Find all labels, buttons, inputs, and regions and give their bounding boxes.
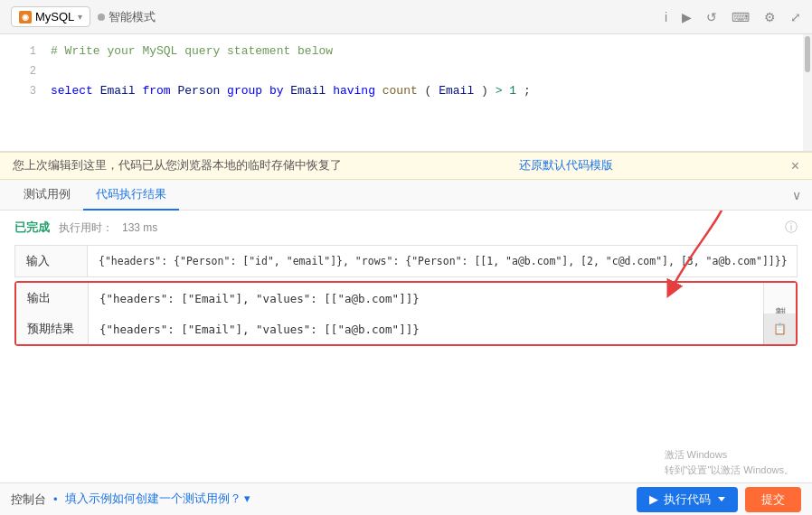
tabs-collapse[interactable]: ∨ bbox=[792, 188, 801, 202]
tab-exec-result[interactable]: 代码执行结果 bbox=[83, 180, 179, 211]
editor-scrollbar[interactable] bbox=[803, 34, 812, 151]
run-icon-btn: ▶ bbox=[649, 492, 658, 506]
db-selector[interactable]: ◉ MySQL ▾ bbox=[11, 6, 90, 27]
editor-area[interactable]: 1 # Write your MySQL query statement bel… bbox=[0, 34, 812, 152]
code-line-1: 1 # Write your MySQL query statement bel… bbox=[0, 42, 812, 61]
input-row: 输入 {"headers": {"Person": ["id", "email"… bbox=[14, 245, 798, 277]
output-label: 输出 bbox=[16, 283, 89, 314]
db-icon: ◉ bbox=[19, 11, 32, 23]
run-label: 执行代码 bbox=[664, 492, 711, 508]
code-line-2: 2 bbox=[0, 61, 812, 81]
notification-close[interactable]: × bbox=[791, 159, 799, 173]
console-label: 控制台 bbox=[11, 492, 46, 508]
kw-having: having bbox=[333, 84, 375, 98]
input-label: 输入 bbox=[15, 246, 88, 276]
db-selector-chevron: ▾ bbox=[78, 12, 82, 22]
submit-button[interactable]: 提交 bbox=[745, 487, 801, 512]
output-row: 输出 {"headers": ["Email"], "values": [["a… bbox=[14, 281, 798, 314]
win-line2: 转到"设置"以激活 Windows。 bbox=[665, 463, 795, 478]
kw-email: Email bbox=[100, 84, 143, 98]
console-right: ▶ 执行代码 提交 bbox=[637, 487, 801, 512]
smart-mode-label: 智能模式 bbox=[109, 9, 156, 25]
kw-gt: > bbox=[496, 84, 510, 98]
input-value: {"headers": {"Person": ["id", "email"]},… bbox=[88, 246, 797, 276]
expected-row: 预期结果 {"headers": ["Email"], "values": [[… bbox=[14, 314, 798, 346]
restore-link[interactable]: 还原默认代码模版 bbox=[519, 158, 613, 173]
diff-copy-btn[interactable]: 📋 bbox=[763, 314, 796, 344]
toolbar-left: ◉ MySQL ▾ 智能模式 bbox=[11, 6, 156, 27]
win-line1: 激活 Windows bbox=[665, 447, 795, 463]
line3-code: select Email from Person group by Email … bbox=[51, 81, 531, 101]
line2-empty bbox=[51, 61, 58, 81]
code-lines: 1 # Write your MySQL query statement bel… bbox=[0, 34, 812, 151]
exec-time-value: 133 ms bbox=[122, 221, 157, 234]
exec-time-label: 执行用时： bbox=[59, 220, 113, 236]
fill-chevron: ▾ bbox=[244, 492, 250, 505]
kw-from: from bbox=[142, 84, 170, 98]
expected-value: {"headers": ["Email"], "values": [["a@b.… bbox=[89, 314, 763, 344]
kw-groupby: group by bbox=[227, 84, 283, 98]
kw-email2: Email bbox=[290, 84, 333, 98]
result-status: 已完成 执行用时： 133 ms ⓘ bbox=[14, 220, 798, 236]
expected-label: 预期结果 bbox=[16, 314, 89, 344]
tab-test-case[interactable]: 测试用例 bbox=[11, 180, 83, 211]
main-body: 1 # Write your MySQL query statement bel… bbox=[0, 34, 812, 515]
settings-icon[interactable]: ⚙ bbox=[764, 10, 776, 24]
run-chevron bbox=[718, 497, 725, 501]
smart-mode: 智能模式 bbox=[98, 9, 156, 25]
code-line-3: 3 select Email from Person group by Emai… bbox=[0, 81, 812, 101]
db-selector-label: MySQL bbox=[35, 10, 74, 23]
toolbar: ◉ MySQL ▾ 智能模式 i ▶ ↺ ⌨ ⚙ ⤢ bbox=[0, 0, 812, 34]
kw-person: Person bbox=[177, 84, 227, 98]
kw-paren-open: ( bbox=[425, 84, 432, 98]
terminal-icon[interactable]: ⌨ bbox=[732, 10, 750, 24]
expand-icon[interactable]: ⤢ bbox=[790, 10, 801, 24]
output-value: {"headers": ["Email"], "values": [["a@b.… bbox=[89, 283, 763, 314]
console-dot: • bbox=[53, 492, 58, 506]
notification-text: 您上次编辑到这里，代码已从您浏览器本地的临时存储中恢复了 bbox=[13, 158, 342, 173]
fill-example-text: 填入示例如何创建一个测试用例？ bbox=[65, 492, 241, 505]
run-icon[interactable]: ▶ bbox=[682, 10, 692, 24]
smart-mode-dot bbox=[98, 14, 105, 21]
toolbar-right: i ▶ ↺ ⌨ ⚙ ⤢ bbox=[665, 10, 801, 24]
fill-example-link[interactable]: 填入示例如何创建一个测试用例？ ▾ bbox=[65, 492, 250, 507]
line-num-1: 1 bbox=[11, 42, 36, 61]
line-num-2: 2 bbox=[11, 61, 36, 81]
run-button[interactable]: ▶ 执行代码 bbox=[637, 487, 738, 512]
kw-semi: ; bbox=[524, 84, 531, 98]
kw-email3: Email bbox=[439, 84, 474, 98]
result-info-icon[interactable]: ⓘ bbox=[785, 220, 798, 236]
info-icon[interactable]: i bbox=[665, 10, 667, 24]
results-area: 已完成 执行用时： 133 ms ⓘ 输入 {"headers": {"Pers… bbox=[0, 211, 812, 515]
diff-icon: 📋 bbox=[773, 323, 787, 335]
kw-paren-close: ) bbox=[481, 84, 488, 98]
refresh-icon[interactable]: ↺ bbox=[706, 10, 717, 24]
tabs-left: 测试用例 代码执行结果 bbox=[11, 180, 179, 211]
diff-button[interactable]: 差别 bbox=[763, 283, 796, 314]
windows-watermark: 激活 Windows 转到"设置"以激活 Windows。 bbox=[665, 447, 795, 477]
bottom-section: 您上次编辑到这里，代码已从您浏览器本地的临时存储中恢复了 还原默认代码模版 × … bbox=[0, 152, 812, 515]
line-num-3: 3 bbox=[11, 81, 36, 101]
console-bar: 控制台 • 填入示例如何创建一个测试用例？ ▾ ▶ 执行代码 提交 bbox=[0, 482, 812, 515]
status-complete: 已完成 bbox=[14, 220, 50, 236]
line1-comment: # Write your MySQL query statement below bbox=[51, 42, 333, 61]
kw-select: select bbox=[51, 84, 93, 98]
kw-1: 1 bbox=[509, 84, 516, 98]
kw-count: count bbox=[382, 84, 418, 98]
notification-bar: 您上次编辑到这里，代码已从您浏览器本地的临时存储中恢复了 还原默认代码模版 × bbox=[0, 152, 812, 180]
tabs-row: 测试用例 代码执行结果 ∨ bbox=[0, 180, 812, 211]
console-left: 控制台 • 填入示例如何创建一个测试用例？ ▾ bbox=[11, 492, 250, 508]
scrollbar-thumb bbox=[805, 36, 810, 72]
